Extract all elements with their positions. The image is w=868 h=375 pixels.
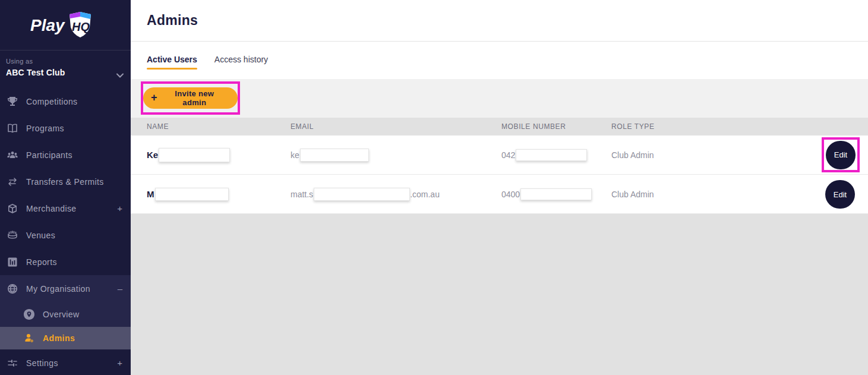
admin-email: matt.s .com.au [291,175,440,213]
transfer-arrows-icon [6,175,19,188]
sidebar-item-label: Admins [43,333,75,343]
sidebar: Play HQ Using as ABC Test Club Competiti… [0,0,131,375]
admin-role-type: Club Admin [611,135,654,174]
sidebar-item-competitions[interactable]: Competitions [0,88,131,115]
expand-plus-icon[interactable]: + [117,203,122,213]
sidebar-item-label: Programs [26,124,64,133]
using-as-label: Using as [6,58,121,65]
sidebar-item-label: Participants [26,150,72,160]
collapse-minus-icon[interactable]: – [118,283,122,294]
sidebar-item-admins[interactable]: Admins [0,327,131,349]
main-content: Admins Active Users Access history + Inv… [131,0,868,375]
admin-person-icon [23,332,36,345]
invite-new-admin-button[interactable]: + Invite new admin [143,87,238,109]
sidebar-item-label: Transfers & Permits [26,177,104,187]
edit-button[interactable]: Edit [826,141,856,169]
chevron-down-icon [116,70,124,80]
tab-active-users[interactable]: Active Users [147,51,197,70]
invite-button-label: Invite new admin [162,89,227,107]
invite-button-highlight-box: + Invite new admin [141,81,240,115]
sidebar-item-transfers-permits[interactable]: Transfers & Permits [0,168,131,195]
logo-area: Play HQ [0,0,131,51]
sidebar-item-venues[interactable]: Venues [0,222,131,248]
playhq-logo: Play HQ [30,10,100,40]
globe-icon [6,282,19,295]
table-row: M matt.s .com.au 0400 Club Admin Edit [131,175,868,214]
toolbar: + Invite new admin [131,79,868,118]
expand-plus-icon[interactable]: + [117,358,122,368]
column-header-name: NAME [147,118,169,135]
current-org-name: ABC Test Club [6,68,121,77]
bar-chart-icon [6,256,19,269]
redaction-box [300,149,369,162]
edit-button-highlight-box: Edit [822,137,860,172]
tab-access-history[interactable]: Access history [214,51,268,70]
admin-name: Ke [147,135,230,174]
admin-email: ke [291,135,369,174]
stadium-icon [6,229,19,242]
table-header-row: NAME EMAIL MOBILE NUMBER ROLE TYPE [131,118,868,135]
sidebar-nav: Competitions Programs Participants Trans… [0,88,131,375]
sidebar-item-label: Overview [43,310,80,319]
redaction-box [516,149,587,161]
playhq-admin-app: Play HQ Using as ABC Test Club Competiti… [0,0,868,375]
name-text: Ke [147,150,158,160]
edit-button-wrap: Edit [825,180,855,209]
page-header: Admins [131,0,868,42]
sidebar-item-label: Competitions [26,97,78,106]
redaction-box [520,188,592,200]
sliders-icon [6,357,19,370]
admin-name: M [147,175,229,213]
mobile-text: 0400 [501,190,520,199]
page-title: Admins [147,12,198,29]
email-text: matt.s [291,190,313,199]
location-pin-icon [23,308,36,321]
tab-bar: Active Users Access history [131,42,868,79]
redaction-box [159,148,230,162]
sidebar-item-programs[interactable]: Programs [0,115,131,141]
admin-role-type: Club Admin [611,175,654,213]
plus-icon: + [151,92,157,103]
empty-area [131,214,868,375]
column-header-role: ROLE TYPE [611,118,655,135]
sidebar-item-settings[interactable]: Settings + [0,349,131,375]
my-organisation-group: My Organisation – Overview Admins [0,275,131,349]
email-text: ke [291,150,299,160]
admin-mobile: 042 [501,135,587,174]
edit-button[interactable]: Edit [825,180,855,209]
sidebar-item-reports[interactable]: Reports [0,248,131,275]
sidebar-item-participants[interactable]: Participants [0,141,131,168]
column-header-email: EMAIL [291,118,314,135]
sidebar-item-overview[interactable]: Overview [0,302,131,327]
sidebar-item-label: Venues [26,231,55,240]
sidebar-item-label: Reports [26,257,57,267]
sidebar-item-merchandise[interactable]: Merchandise + [0,195,131,222]
people-icon [6,149,19,162]
svg-text:Play: Play [30,16,65,34]
sidebar-item-label: Settings [26,358,58,368]
email-suffix-text: .com.au [410,190,440,199]
redaction-box [314,188,410,201]
package-icon [6,202,19,215]
trophy-icon [6,95,19,108]
sidebar-item-label: My Organisation [26,284,90,294]
name-text: M [147,189,154,199]
book-icon [6,122,19,135]
mobile-text: 042 [501,150,515,160]
sidebar-item-my-organisation[interactable]: My Organisation – [0,275,131,302]
column-header-mobile: MOBILE NUMBER [501,118,566,135]
redaction-box [155,188,229,201]
sidebar-item-label: Merchandise [26,204,77,213]
table-row: Ke ke 042 Club Admin Edit [131,135,868,175]
org-switcher[interactable]: Using as ABC Test Club [0,51,131,86]
svg-text:HQ: HQ [72,20,90,33]
admin-mobile: 0400 [501,175,592,213]
